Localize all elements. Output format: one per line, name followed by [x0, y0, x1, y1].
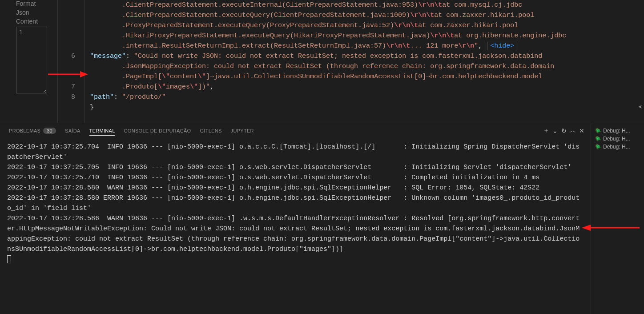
tab-output[interactable]: SAÍDA [60, 123, 85, 138]
terminal-sessions: 🪲Debug: H... 🪲Debug: H... 🪲Debug: H... [591, 123, 644, 314]
chevron-down-icon[interactable]: ⌄ [551, 127, 559, 134]
json-label: Json [16, 9, 54, 16]
cursor-icon: ➤ [638, 103, 642, 112]
tab-gitlens[interactable]: GITLENS [195, 123, 226, 138]
bug-icon: 🪲 [595, 128, 601, 134]
format-label: Format [16, 0, 54, 7]
problems-badge: 30 [43, 128, 56, 134]
json-editor[interactable]: 6 7 8 .ClientPreparedStatement.executeIn… [58, 0, 644, 123]
hide-link[interactable]: <hide> [487, 42, 517, 50]
content-label: Content [16, 18, 54, 25]
http-client-sidebar: Format Json Content 1 [0, 0, 58, 123]
reload-icon[interactable]: ↻ [559, 127, 568, 134]
close-icon[interactable]: ✕ [577, 127, 586, 134]
tab-jupyter[interactable]: JUPYTER [226, 123, 258, 138]
bug-icon: 🪲 [595, 144, 601, 150]
tab-debug-console[interactable]: CONSOLE DE DEPURAÇÃO [120, 123, 196, 138]
code-area[interactable]: .ClientPreparedStatement.executeInternal… [85, 0, 644, 123]
debug-session-2[interactable]: 🪲Debug: H... [593, 143, 644, 151]
debug-session-1[interactable]: 🪲Debug: H... [593, 135, 644, 143]
line-gutter: 6 7 8 [58, 0, 85, 123]
debug-session-0[interactable]: 🪲Debug: H... [593, 127, 644, 135]
chevron-up-icon[interactable]: ︿ [568, 127, 577, 135]
new-terminal-icon[interactable]: ＋ [542, 127, 551, 135]
tab-problems[interactable]: PROBLEMAS30 [4, 123, 60, 138]
terminal-output[interactable]: 2022-10-17 10:37:25.704 INFO 19636 --- [… [0, 138, 591, 314]
panel-tabs: PROBLEMAS30 SAÍDA TERMINAL CONSOLE DE DE… [0, 123, 591, 138]
content-textarea[interactable]: 1 [16, 27, 47, 93]
tab-terminal[interactable]: TERMINAL [85, 123, 120, 138]
bug-icon: 🪲 [595, 136, 601, 142]
